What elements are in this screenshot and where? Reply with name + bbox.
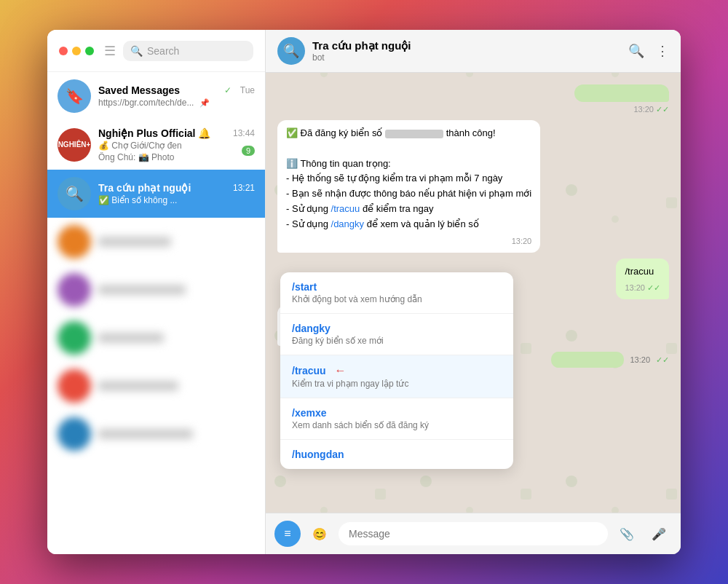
chat-preview-tracuu: ✅ Biển số không ... (98, 195, 255, 205)
attach-button[interactable]: 📎 (614, 521, 640, 547)
traffic-lights (59, 47, 94, 55)
chat-list: 🔖 Saved Messages ✓ Tue https://bgr.com/t… (47, 72, 265, 554)
mic-button[interactable]: 🎤 (646, 521, 672, 547)
command-item-xemxe[interactable]: /xemxe Xem danh sách biển số đã đăng ký (280, 398, 513, 440)
chat-item-blurred3[interactable] (47, 314, 265, 362)
avatar-saved: 🔖 (58, 79, 91, 113)
chat-item-nghien[interactable]: NGHIÊN+ Nghiện Plus Official 🔔 13:44 💰 C… (47, 120, 265, 170)
chat-header-sub: bot (312, 52, 621, 63)
search-chat-icon[interactable]: 🔍 (628, 43, 644, 59)
chat-info-saved: Saved Messages ✓ Tue https://bgr.com/tec… (98, 84, 255, 108)
minimize-button[interactable] (72, 47, 81, 55)
chat-item-blurred5[interactable] (47, 410, 265, 458)
chat-item-blurred2[interactable] (47, 266, 265, 314)
chat-name-tracuu: Tra cứu phạt nguội (98, 182, 191, 194)
chat-item-blurred4[interactable] (47, 362, 265, 410)
arrow-icon: ← (335, 364, 347, 377)
chat-preview-nghien1: 💰 Chợ Giới/Chợ đen (98, 141, 182, 151)
chat-preview-saved: https://bgr.com/tech/de... 📌 (98, 98, 255, 108)
chat-header: 🔍 Tra cứu phạt nguội bot 🔍 ⋮ (266, 30, 681, 73)
command-name-tracuu: /tracuu ← (292, 364, 502, 377)
sidebar-header: ☰ 🔍 Search (47, 30, 265, 72)
msg-time-1: 13:20 ✓✓ (633, 105, 669, 114)
command-name-dangky: /dangky (292, 323, 502, 334)
avatar-blurred1 (58, 225, 91, 259)
chat-time-saved: Tue (240, 85, 255, 95)
emoji-button[interactable]: 😊 (306, 521, 333, 547)
message-row-2: ✅ Đã đăng ký biển số thành công! ℹ️ Thôn… (277, 120, 669, 253)
menu-button[interactable]: ≡ (274, 521, 301, 547)
avatar-blurred4 (58, 369, 91, 403)
hamburger-icon[interactable]: ☰ (104, 43, 116, 59)
app-window: ☰ 🔍 Search 🔖 Saved Messages ✓ Tue (47, 30, 681, 554)
avatar-blurred5 (58, 417, 91, 451)
message-bubble-2: ✅ Đã đăng ký biển số thành công! ℹ️ Thôn… (277, 120, 540, 253)
command-name-huongdan: /huongdan (292, 449, 502, 460)
msg-time-3: 13:20 ✓✓ (625, 282, 660, 294)
command-item-start[interactable]: /start Khởi động bot và xem hướng dẫn (280, 272, 513, 314)
messages-area: 13:20 ✓✓ ✅ Đã đăng ký biển số thành công… (266, 73, 681, 513)
chat-panel: 🔍 Tra cứu phạt nguội bot 🔍 ⋮ 13:20 ✓✓ (266, 30, 681, 554)
avatar-blurred3 (58, 321, 91, 355)
command-item-tracuu[interactable]: /tracuu ← Kiểm tra vi phạm ngay lập tức (280, 355, 513, 398)
search-bar[interactable]: 🔍 Search (123, 41, 253, 61)
chat-item-saved[interactable]: 🔖 Saved Messages ✓ Tue https://bgr.com/t… (47, 72, 265, 120)
command-name-xemxe: /xemxe (292, 407, 502, 419)
chat-header-info: Tra cứu phạt nguội bot (312, 39, 621, 63)
chat-header-name: Tra cứu phạt nguội (312, 39, 621, 52)
checkmark-saved: ✓ (224, 85, 232, 95)
chat-header-avatar: 🔍 (277, 37, 305, 65)
blurred-message (574, 84, 669, 102)
search-input[interactable]: Search (147, 45, 179, 57)
chat-name-saved: Saved Messages (98, 84, 180, 96)
message-text-3: /tracuu (625, 266, 654, 277)
chat-info-nghien: Nghiện Plus Official 🔔 13:44 💰 Chợ Giới/… (98, 127, 255, 162)
search-icon: 🔍 (130, 45, 143, 57)
chat-preview-nghien2: Ông Chú: 📸 Photo (98, 152, 182, 162)
chat-item-tracuu[interactable]: 🔍 Tra cứu phạt nguội 13:21 ✅ Biển số khô… (47, 170, 265, 218)
maximize-button[interactable] (85, 47, 94, 55)
command-desc-start: Khởi động bot và xem hướng dẫn (292, 294, 502, 304)
avatar-blurred2 (58, 273, 91, 307)
message-row-1: 13:20 ✓✓ (277, 84, 669, 114)
avatar-nghien: NGHIÊN+ (58, 128, 91, 162)
command-name-start: /start (292, 281, 502, 293)
chat-info-tracuu: Tra cứu phạt nguội 13:21 ✅ Biển số không… (98, 182, 255, 205)
chat-item-blurred1[interactable] (47, 218, 265, 266)
command-desc-xemxe: Xem danh sách biển số đã đăng ký (292, 420, 502, 430)
chat-time-nghien: 13:44 (233, 128, 255, 138)
command-desc-dangky: Đăng ký biển số xe mới (292, 336, 502, 346)
chat-name-nghien: Nghiện Plus Official 🔔 (98, 127, 210, 139)
badge-nghien: 9 (242, 146, 255, 156)
command-desc-tracuu: Kiểm tra vi phạm ngay lập tức (292, 379, 502, 389)
more-options-icon[interactable]: ⋮ (656, 43, 669, 59)
blurred-msg-5 (551, 352, 624, 368)
chat-time-tracuu: 13:21 (233, 183, 255, 193)
command-item-dangky[interactable]: /dangky Đăng ký biển số xe mới (280, 314, 513, 355)
sidebar: ☰ 🔍 Search 🔖 Saved Messages ✓ Tue (47, 30, 266, 554)
msg-time-2: 13:20 (286, 235, 531, 248)
message-text-2: ✅ Đã đăng ký biển số thành công! ℹ️ Thôn… (286, 126, 531, 232)
input-bar: ≡ 😊 📎 🎤 (266, 513, 681, 554)
avatar-tracuu: 🔍 (58, 177, 91, 210)
command-item-huongdan[interactable]: /huongdan (280, 440, 513, 469)
message-input[interactable] (339, 522, 608, 545)
chat-header-actions: 🔍 ⋮ (628, 43, 669, 59)
close-button[interactable] (59, 47, 68, 55)
message-bubble-3: /tracuu 13:20 ✓✓ (616, 259, 669, 299)
command-dropdown: /start Khởi động bot và xem hướng dẫn /d… (280, 272, 513, 469)
